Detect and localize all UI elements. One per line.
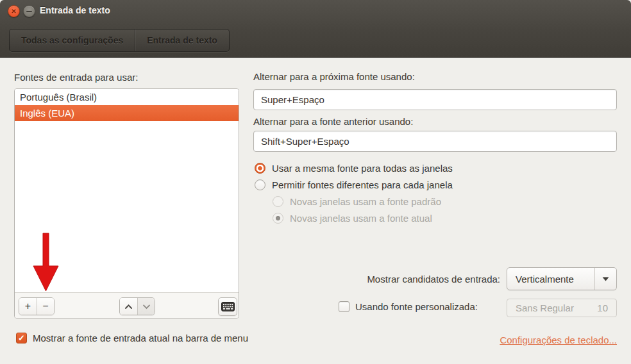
minimize-icon	[26, 11, 32, 12]
minimize-button[interactable]	[23, 5, 35, 17]
add-remove-group: + −	[19, 297, 55, 315]
radio-different-fonts[interactable]: Permitir fontes diferentes para cada jan…	[255, 179, 453, 190]
radio-disabled-off-icon	[273, 196, 283, 207]
custom-font-row: Usando fonte personalizada:	[339, 301, 478, 312]
font-name-value: Sans Regular	[516, 302, 574, 313]
custom-font-checkbox[interactable]	[339, 301, 349, 312]
candidates-label: Mostrar candidatos de entrada:	[253, 274, 500, 285]
move-down-button[interactable]	[137, 298, 155, 315]
input-sources-list[interactable]: Português (Brasil) Inglês (EUA)	[15, 89, 239, 292]
input-sources-frame: Português (Brasil) Inglês (EUA) + −	[14, 88, 239, 318]
show-in-menubar-checkbox[interactable]: ✓	[16, 333, 27, 343]
chevron-up-icon	[124, 304, 133, 310]
window-title: Entrada de texto	[40, 5, 110, 15]
candidates-dropdown[interactable]: Verticalmente	[507, 267, 617, 290]
dropdown-arrow-icon	[594, 268, 616, 290]
list-item-english-selected[interactable]: Inglês (EUA)	[15, 105, 239, 121]
radio-on-icon	[255, 163, 265, 174]
radio-same-font[interactable]: Usar a mesma fonte para todas as janelas	[255, 163, 453, 174]
show-keyboard-layout-button[interactable]	[218, 297, 237, 316]
keyboard-icon	[221, 302, 235, 311]
show-in-menubar-row[interactable]: ✓ Mostrar a fonte de entrada atual na ba…	[16, 333, 248, 343]
radio-new-windows-current: Novas janelas usam a fonte atual	[273, 213, 432, 224]
radio-same-font-label: Usar a mesma fonte para todas as janelas	[272, 163, 453, 174]
input-sources-label: Fontes de entrada para usar:	[14, 72, 138, 83]
radio-disabled-on-icon	[273, 213, 283, 224]
close-button[interactable]: ✕	[8, 5, 20, 17]
add-input-source-button[interactable]: +	[19, 298, 37, 315]
remove-input-source-button[interactable]: −	[37, 298, 54, 315]
prev-source-shortcut-input[interactable]	[253, 131, 617, 152]
list-item-portuguese[interactable]: Português (Brasil)	[15, 89, 239, 105]
radio-new-windows-current-label: Novas janelas usam a fonte atual	[290, 213, 432, 224]
next-source-label: Alternar para a próxima fonte usando:	[253, 71, 415, 82]
chevron-down-icon	[142, 304, 151, 310]
prev-source-label: Alternar para a fonte anterior usando:	[253, 116, 413, 127]
move-group	[119, 297, 155, 315]
show-in-menubar-label: Mostrar a fonte de entrada atual na barr…	[33, 333, 248, 343]
candidates-dropdown-value: Verticalmente	[507, 268, 594, 290]
text-entry-window: ✕ Entrada de texto Todas as configuraçõe…	[0, 0, 631, 364]
keyboard-settings-link[interactable]: Configurações de teclado...	[500, 335, 617, 345]
all-settings-button[interactable]: Todas as configurações	[10, 29, 135, 51]
titlebar[interactable]: ✕ Entrada de texto	[0, 0, 631, 22]
move-up-button[interactable]	[120, 298, 137, 315]
radio-new-windows-default-label: Novas janelas usam a fonte padrão	[290, 196, 441, 207]
font-picker-button: Sans Regular 10	[507, 299, 617, 317]
window-header: ✕ Entrada de texto Todas as configuraçõe…	[0, 0, 631, 58]
text-entry-panel-button[interactable]: Entrada de texto	[135, 29, 229, 51]
next-source-shortcut-input[interactable]	[253, 89, 617, 110]
header-button-group: Todas as configurações Entrada de texto	[9, 29, 230, 52]
radio-new-windows-default: Novas janelas usam a fonte padrão	[273, 196, 441, 207]
radio-off-icon	[255, 179, 265, 190]
font-size-value: 10	[597, 302, 608, 313]
close-icon: ✕	[11, 8, 16, 15]
custom-font-label: Usando fonte personalizada:	[355, 301, 478, 312]
list-toolbar: + −	[15, 292, 239, 318]
radio-different-fonts-label: Permitir fontes diferentes para cada jan…	[272, 179, 453, 190]
checkmark-icon: ✓	[18, 334, 25, 342]
